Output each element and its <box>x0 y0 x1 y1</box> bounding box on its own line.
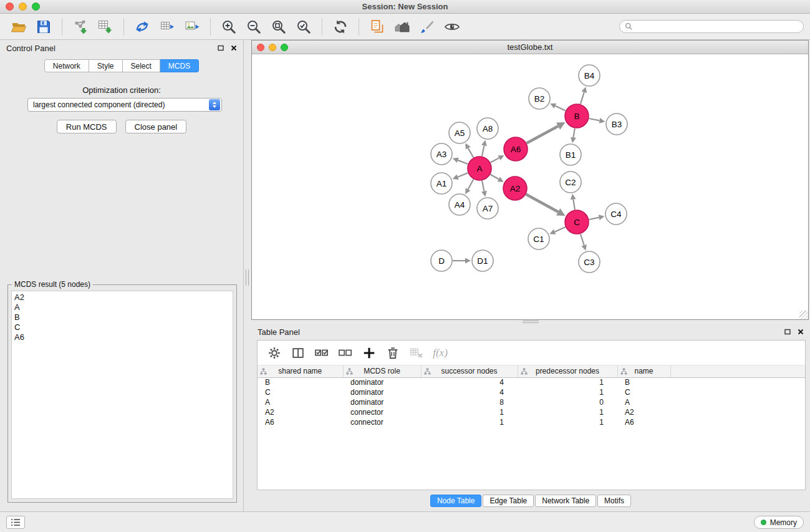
graph-node-B1[interactable]: B1 <box>560 144 581 165</box>
network-canvas[interactable]: B4B2BB3A5A8A6A3B1AC2A1A2A4A7C4CC1DD1C3 <box>252 54 808 319</box>
graph-node-A1[interactable]: A1 <box>431 173 452 194</box>
close-panel-icon[interactable] <box>798 329 804 335</box>
close-panel-icon[interactable] <box>231 45 237 51</box>
table-cell[interactable]: 8 <box>421 397 518 407</box>
graph-node-A8[interactable]: A8 <box>477 118 498 139</box>
graph-node-C1[interactable]: C1 <box>528 228 549 249</box>
criterion-dropdown[interactable]: largest connected component (directed) <box>27 98 222 112</box>
deselect-all-icon[interactable] <box>336 343 355 363</box>
mcds-result-item[interactable]: A6 <box>14 332 230 342</box>
graph-node-A[interactable]: A <box>468 157 491 180</box>
zoom-in-icon[interactable] <box>216 16 241 38</box>
graph-node-B3[interactable]: B3 <box>606 114 627 135</box>
float-panel-icon[interactable] <box>218 45 224 51</box>
zoom-window-button[interactable] <box>32 2 40 11</box>
graph-edge-A-A4[interactable] <box>465 180 473 195</box>
table-cell[interactable]: 1 <box>518 387 617 397</box>
table-cell[interactable]: B <box>258 377 343 387</box>
paintbrush-icon[interactable] <box>415 16 440 38</box>
export-table-icon[interactable] <box>155 16 180 38</box>
table-cell[interactable]: B <box>617 377 670 387</box>
graph-edge-C-C3[interactable] <box>581 234 587 251</box>
graph-node-D[interactable]: D <box>431 250 452 271</box>
vertical-splitter[interactable] <box>244 40 251 511</box>
mcds-result-item[interactable]: A <box>14 302 230 312</box>
graph-edge-B-B1[interactable] <box>571 128 576 143</box>
import-network-icon[interactable] <box>68 16 93 38</box>
mcds-result-item[interactable]: A2 <box>14 293 230 302</box>
graph-edge-A6-B[interactable] <box>527 122 566 143</box>
table-cell[interactable]: C <box>258 387 343 397</box>
open-folder-icon[interactable] <box>6 16 31 38</box>
table-cell[interactable]: A2 <box>617 407 670 417</box>
table-row[interactable]: Cdominator41C <box>258 387 805 397</box>
graph-edge-A-A2[interactable] <box>490 175 503 182</box>
eye-icon[interactable] <box>440 16 465 38</box>
graph-edge-B-B3[interactable] <box>589 118 605 123</box>
graph-node-A2[interactable]: A2 <box>503 177 527 200</box>
home-icon[interactable] <box>390 16 415 38</box>
save-icon[interactable] <box>31 16 56 38</box>
graph-edge-A-A1[interactable] <box>453 173 468 180</box>
mcds-result-item[interactable]: B <box>14 312 230 322</box>
graph-edge-A2-C[interactable] <box>526 195 566 216</box>
graph-edge-B-B2[interactable] <box>550 104 566 111</box>
table-cell[interactable]: connector <box>343 407 421 417</box>
graph-edge-A-A5[interactable] <box>465 143 473 158</box>
graph-node-A5[interactable]: A5 <box>449 122 470 143</box>
close-window-button[interactable] <box>6 2 14 11</box>
table-cell[interactable]: 0 <box>518 397 617 407</box>
layout-network-icon[interactable] <box>130 16 155 38</box>
graph-edge-A-A6[interactable] <box>491 155 504 163</box>
zoom-selected-icon[interactable] <box>291 16 316 38</box>
copy-document-icon[interactable] <box>365 16 390 38</box>
graph-edge-C-C4[interactable] <box>589 215 605 220</box>
tab-select[interactable]: Select <box>123 59 160 72</box>
column-header-predecessor-nodes[interactable]: predecessor nodes <box>518 365 617 377</box>
table-cell[interactable]: A <box>258 397 343 407</box>
table-cell[interactable]: dominator <box>343 397 421 407</box>
panel-list-button[interactable] <box>6 516 25 529</box>
table-cell[interactable]: A6 <box>617 417 670 427</box>
column-header-successor-nodes[interactable]: successor nodes <box>421 365 518 377</box>
table-cell[interactable]: C <box>617 387 670 397</box>
export-image-icon[interactable] <box>180 16 205 38</box>
minimize-network-button[interactable] <box>269 44 276 51</box>
delete-row-icon[interactable] <box>383 343 402 363</box>
zoom-out-icon[interactable] <box>241 16 266 38</box>
minimize-window-button[interactable] <box>19 2 27 11</box>
graph-edge-B-B4[interactable] <box>581 87 587 104</box>
tab-edge-table[interactable]: Edge Table <box>483 495 534 507</box>
table-row[interactable]: Bdominator41B <box>258 377 805 387</box>
graph-node-A3[interactable]: A3 <box>431 143 452 165</box>
close-network-button[interactable] <box>257 44 264 51</box>
tab-node-table[interactable]: Node Table <box>430 495 482 507</box>
tab-mcds[interactable]: MCDS <box>160 59 199 72</box>
graph-edge-A-A8[interactable] <box>481 140 487 157</box>
search-field[interactable] <box>619 20 804 33</box>
select-all-icon[interactable] <box>312 343 331 363</box>
graph-node-A4[interactable]: A4 <box>449 194 470 215</box>
resize-grip-icon[interactable] <box>799 311 808 319</box>
tab-style[interactable]: Style <box>89 59 123 72</box>
table-cell[interactable]: A2 <box>258 407 343 417</box>
graph-node-C[interactable]: C <box>565 210 589 234</box>
table-cell[interactable]: 4 <box>421 387 518 397</box>
graph-node-A7[interactable]: A7 <box>477 198 498 219</box>
table-cell[interactable]: connector <box>343 417 421 427</box>
table-row[interactable]: A6connector11A6 <box>258 417 805 427</box>
float-panel-icon[interactable] <box>784 329 791 335</box>
network-graph[interactable]: B4B2BB3A5A8A6A3B1AC2A1A2A4A7C4CC1DD1C3 <box>252 54 808 319</box>
graph-node-C4[interactable]: C4 <box>605 203 627 225</box>
columns-icon[interactable] <box>289 343 307 363</box>
graph-node-C2[interactable]: C2 <box>560 172 581 193</box>
graph-node-B4[interactable]: B4 <box>579 65 600 86</box>
zoom-network-button[interactable] <box>281 44 288 51</box>
graph-node-A6[interactable]: A6 <box>504 137 528 161</box>
table-cell[interactable]: dominator <box>343 387 421 397</box>
run-mcds-button[interactable]: Run MCDS <box>57 120 117 133</box>
graph-edge-D-D1[interactable] <box>453 258 471 264</box>
table-cell[interactable]: 1 <box>518 377 617 387</box>
table-cell[interactable]: dominator <box>343 377 421 387</box>
mcds-result-item[interactable]: C <box>14 322 230 332</box>
